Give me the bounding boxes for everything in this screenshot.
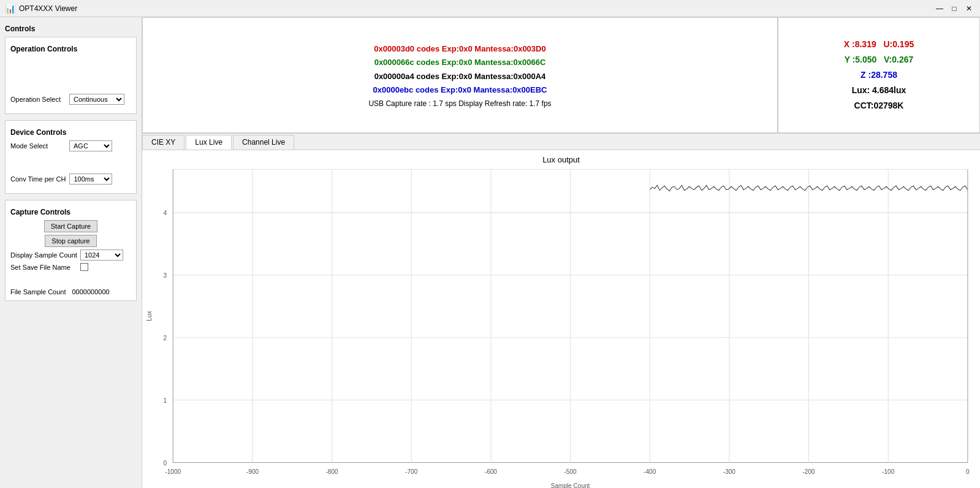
cct-value-row: CCT:02798K xyxy=(854,98,904,113)
tab-channel-live[interactable]: Channel Live xyxy=(233,135,294,150)
device-controls-group: Device Controls Mode Select AGC Manual C… xyxy=(5,120,137,194)
device-controls-label: Device Controls xyxy=(10,128,131,137)
svg-text:-100: -100 xyxy=(882,468,894,475)
app-icon: 📊 xyxy=(5,4,15,13)
title-bar: 📊 OPT4XXX Viewer — □ ✕ xyxy=(0,0,980,17)
chart-svg: 0 1 2 3 4 -1000 -900 -800 -700 -600 -500… xyxy=(142,150,980,488)
data-display: 0x00003d0 codes Exp:0x0 Mantessa:0x003D0… xyxy=(142,17,980,134)
conv-time-label: Conv Time per CH xyxy=(10,175,66,183)
mode-select-row: Mode Select AGC Manual xyxy=(10,140,131,151)
operation-select-row: Operation Select Single Continuous Auto xyxy=(10,94,131,105)
start-capture-button[interactable]: Start Capture xyxy=(44,220,97,232)
save-file-name-row: Set Save File Name xyxy=(10,263,131,271)
y-value: Y :5.050 xyxy=(845,55,877,64)
title-bar-left: 📊 OPT4XXX Viewer xyxy=(5,4,77,13)
tab-lux-live[interactable]: Lux Live xyxy=(186,135,232,150)
close-button[interactable]: ✕ xyxy=(963,2,975,15)
u-value: U:0.195 xyxy=(883,39,914,49)
svg-text:Sample Count: Sample Count xyxy=(551,482,590,488)
content-area: 0x00003d0 codes Exp:0x0 Mantessa:0x003D0… xyxy=(142,17,980,488)
capture-rate: USB Capture rate : 1.7 sps Display Refre… xyxy=(368,99,551,108)
code-line-1: 0x00003d0 codes Exp:0x0 Mantessa:0x003D0 xyxy=(374,42,545,56)
svg-text:0: 0 xyxy=(966,468,970,475)
capture-controls-group: Capture Controls Start Capture Stop capt… xyxy=(5,200,137,301)
tab-cie-xy[interactable]: CIE XY xyxy=(142,135,184,150)
stop-capture-button[interactable]: Stop capture xyxy=(45,235,96,247)
mode-select-label: Mode Select xyxy=(10,142,66,150)
conv-time-row: Conv Time per CH 25ms 50ms 100ms 200ms xyxy=(10,173,131,185)
svg-text:0: 0 xyxy=(164,459,167,466)
maximize-button[interactable]: □ xyxy=(948,2,960,15)
cct-value: CCT:02798K xyxy=(854,101,904,110)
svg-text:4: 4 xyxy=(164,210,167,216)
file-sample-count-row: File Sample Count 0000000000 xyxy=(10,288,131,295)
stop-capture-row: Stop capture xyxy=(10,235,131,247)
sidebar: Controls Operation Controls Operation Se… xyxy=(0,17,142,488)
operation-controls-group: Operation Controls Operation Select Sing… xyxy=(5,37,137,114)
mode-select[interactable]: AGC Manual xyxy=(69,140,112,151)
z-value-row: Z :28.758 xyxy=(860,67,897,83)
svg-text:-1000: -1000 xyxy=(165,468,181,475)
svg-text:3: 3 xyxy=(164,272,167,279)
file-sample-count-label: File Sample Count xyxy=(10,288,66,295)
operation-select-label: Operation Select xyxy=(10,96,66,103)
svg-text:-800: -800 xyxy=(326,468,338,475)
controls-label: Controls xyxy=(5,25,137,33)
x-value: X :8.319 xyxy=(844,39,876,49)
svg-text:-700: -700 xyxy=(405,468,417,475)
lux-value: Lux: 4.684lux xyxy=(852,85,906,95)
svg-text:1: 1 xyxy=(164,397,167,404)
tabs-area: CIE XY Lux Live Channel Live xyxy=(142,134,980,150)
svg-text:-500: -500 xyxy=(564,468,577,475)
xy-values: X :8.319 U:0.195 xyxy=(844,37,914,52)
chart-area: Lux output xyxy=(142,150,980,488)
conv-time-select[interactable]: 25ms 50ms 100ms 200ms xyxy=(69,173,112,185)
save-file-name-label: Set Save File Name xyxy=(10,264,78,271)
lux-value-row: Lux: 4.684lux xyxy=(852,83,906,98)
svg-text:-900: -900 xyxy=(246,468,259,475)
yv-values: Y :5.050 V:0.267 xyxy=(845,52,914,67)
svg-text:Lux: Lux xyxy=(146,311,153,321)
svg-text:-400: -400 xyxy=(644,468,656,475)
capture-controls-label: Capture Controls xyxy=(10,208,131,216)
display-sample-count-label: Display Sample Count xyxy=(10,251,78,259)
codes-panel: 0x00003d0 codes Exp:0x0 Mantessa:0x003D0… xyxy=(142,17,778,133)
operation-controls-label: Operation Controls xyxy=(10,45,131,53)
code-line-2: 0x000066c codes Exp:0x0 Mantessa:0x0066C xyxy=(374,56,546,69)
file-sample-count-value: 0000000000 xyxy=(72,288,110,295)
start-capture-row: Start Capture xyxy=(10,220,131,232)
code-line-3: 0x00000a4 codes Exp:0x0 Mantessa:0x000A4 xyxy=(374,70,546,83)
svg-text:-200: -200 xyxy=(803,468,815,475)
save-file-name-checkbox[interactable] xyxy=(80,263,88,271)
title-bar-controls: — □ ✕ xyxy=(933,2,975,15)
minimize-button[interactable]: — xyxy=(933,2,946,15)
display-sample-count-select[interactable]: 256 512 1024 2048 xyxy=(80,250,123,261)
z-value: Z :28.758 xyxy=(860,70,897,80)
main-layout: Controls Operation Controls Operation Se… xyxy=(0,17,980,488)
values-panel: X :8.319 U:0.195 Y :5.050 V:0.267 Z :28.… xyxy=(778,17,980,133)
display-sample-count-row: Display Sample Count 256 512 1024 2048 xyxy=(10,250,131,261)
svg-text:-600: -600 xyxy=(485,468,497,475)
svg-text:2: 2 xyxy=(164,335,167,341)
v-value: V:0.267 xyxy=(884,55,913,64)
app-title: OPT4XXX Viewer xyxy=(19,4,77,13)
operation-select[interactable]: Single Continuous Auto xyxy=(69,94,124,105)
svg-text:-300: -300 xyxy=(723,468,735,475)
code-line-4: 0x0000ebc codes Exp:0x0 Mantessa:0x00EBC xyxy=(373,83,547,97)
